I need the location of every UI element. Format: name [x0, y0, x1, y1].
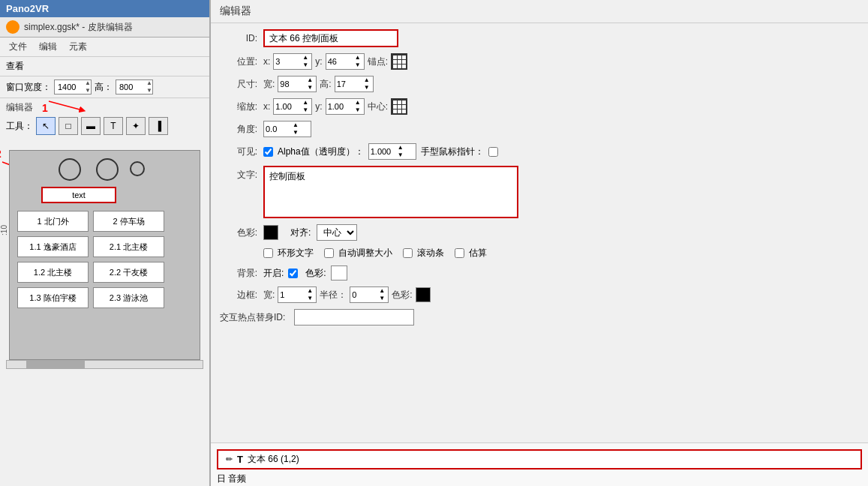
border-width-input[interactable] — [278, 290, 307, 299]
tool-select[interactable]: ↖ — [36, 117, 56, 135]
br-up[interactable]: ▲ — [379, 287, 385, 295]
nav-item-8[interactable]: 2.3 游泳池 — [93, 287, 164, 308]
scale-y-up[interactable]: ▲ — [355, 99, 361, 106]
scale-y-input[interactable] — [326, 102, 355, 111]
align-select[interactable]: 左 中心 右 — [317, 224, 357, 241]
scale-x-spinbox[interactable]: ▲ ▼ — [273, 98, 312, 115]
bw-down[interactable]: ▼ — [307, 295, 313, 302]
height-arrows[interactable]: ▲ ▼ — [364, 76, 370, 92]
border-width-spinbox[interactable]: ▲ ▼ — [278, 286, 317, 303]
alpha-arrows[interactable]: ▲ ▼ — [398, 144, 404, 159]
x-arrows[interactable]: ▲ ▼ — [302, 54, 308, 69]
nav-item-7[interactable]: 1.3 陈伯宇楼 — [17, 287, 89, 308]
angle-down[interactable]: ▼ — [293, 129, 299, 136]
x-input[interactable] — [274, 57, 302, 66]
window-height-up[interactable]: ▲ — [146, 80, 152, 87]
canvas-circle-3[interactable] — [130, 161, 145, 176]
window-height-arrows[interactable]: ▲ ▼ — [146, 80, 152, 94]
scrollbar-checkbox[interactable] — [403, 248, 413, 258]
border-radius-arrows[interactable]: ▲ ▼ — [379, 287, 385, 302]
nav-item-3[interactable]: 1.1 逸豪酒店 — [17, 236, 89, 257]
window-width-up[interactable]: ▲ — [85, 80, 91, 87]
text-textarea[interactable]: 控制面板 — [263, 166, 518, 218]
angle-arrows[interactable]: ▲ ▼ — [293, 122, 299, 136]
angle-label: 角度: — [220, 123, 257, 136]
canvas-circle-1[interactable] — [59, 158, 81, 181]
color-swatch[interactable] — [263, 225, 278, 240]
border-radius-input[interactable] — [350, 290, 379, 299]
x-up[interactable]: ▲ — [302, 54, 308, 62]
tool-rect[interactable]: □ — [59, 117, 78, 135]
width-spinbox[interactable]: ▲ ▼ — [278, 76, 317, 92]
width-arrows[interactable]: ▲ ▼ — [307, 76, 313, 92]
height-up[interactable]: ▲ — [364, 76, 370, 84]
bg-color-swatch[interactable] — [331, 266, 347, 280]
window-width-arrows[interactable]: ▲ ▼ — [85, 80, 91, 94]
canvas-circle-2[interactable] — [96, 158, 119, 181]
scale-x-arrows[interactable]: ▲ ▼ — [302, 99, 308, 114]
nav-item-1[interactable]: 1 北门外 — [17, 211, 89, 232]
scale-y-spinbox[interactable]: ▲ ▼ — [326, 98, 365, 115]
y-arrows[interactable]: ▲ ▼ — [355, 54, 361, 69]
alpha-down[interactable]: ▼ — [398, 152, 404, 159]
window-width-input[interactable] — [56, 82, 85, 92]
angle-up[interactable]: ▲ — [293, 122, 299, 129]
bg-enable-checkbox[interactable] — [288, 268, 298, 278]
tool-hotspot[interactable]: ✦ — [126, 117, 146, 135]
x-down[interactable]: ▼ — [302, 62, 308, 69]
nav-item-4[interactable]: 2.1 北主楼 — [93, 236, 164, 257]
y-spinbox[interactable]: ▲ ▼ — [326, 53, 365, 70]
width-input[interactable] — [278, 80, 307, 88]
id-input[interactable] — [263, 29, 398, 47]
window-width-down[interactable]: ▼ — [85, 87, 91, 94]
height-down[interactable]: ▼ — [364, 84, 370, 92]
width-down[interactable]: ▼ — [307, 84, 313, 92]
scale-y-arrows[interactable]: ▲ ▼ — [355, 99, 361, 114]
nav-item-2[interactable]: 2 停车场 — [93, 211, 164, 232]
interaction-id-input[interactable] — [294, 309, 414, 326]
anchor-grid-icon[interactable] — [391, 53, 407, 70]
angle-spinbox[interactable]: ▲ ▼ — [263, 121, 311, 137]
menu-elements[interactable]: 元素 — [63, 39, 93, 55]
menu-edit[interactable]: 编辑 — [33, 39, 63, 55]
height-input[interactable] — [335, 80, 364, 88]
canvas-text-box-selected[interactable]: text — [41, 187, 116, 203]
scale-x-up[interactable]: ▲ — [302, 99, 308, 106]
canvas-scrollbar-h[interactable] — [6, 360, 203, 369]
alpha-spinbox[interactable]: ▲ ▼ — [368, 143, 416, 160]
nav-item-6[interactable]: 2.2 干友楼 — [93, 262, 164, 283]
y-down[interactable]: ▼ — [355, 62, 361, 69]
height-spinbox[interactable]: ▲ ▼ — [335, 76, 374, 92]
scale-x-down[interactable]: ▼ — [302, 106, 308, 114]
tool-more[interactable]: ▐ — [149, 117, 168, 135]
border-width-arrows[interactable]: ▲ ▼ — [307, 287, 313, 302]
alpha-up[interactable]: ▲ — [398, 144, 404, 152]
window-width-spinbox[interactable]: ▲ ▼ — [54, 80, 92, 94]
y-up[interactable]: ▲ — [355, 54, 361, 62]
estimate-checkbox[interactable] — [455, 248, 464, 258]
scale-y-down[interactable]: ▼ — [355, 106, 361, 114]
scale-x-input[interactable] — [274, 102, 302, 111]
alpha-input[interactable] — [369, 147, 398, 156]
border-radius-spinbox[interactable]: ▲ ▼ — [350, 286, 389, 303]
center-grid-icon[interactable] — [391, 98, 407, 115]
window-height-input[interactable] — [118, 82, 146, 92]
window-height-spinbox[interactable]: ▲ ▼ — [116, 80, 153, 94]
y-input[interactable] — [326, 57, 355, 66]
border-color-swatch[interactable] — [416, 287, 431, 302]
bw-up[interactable]: ▲ — [307, 287, 313, 295]
circular-text-checkbox[interactable] — [263, 248, 273, 258]
br-down[interactable]: ▼ — [379, 295, 385, 302]
nav-item-5[interactable]: 1.2 北主楼 — [17, 262, 89, 283]
auto-resize-checkbox[interactable] — [324, 248, 334, 258]
x-spinbox[interactable]: ▲ ▼ — [273, 53, 312, 70]
tool-text[interactable]: T — [104, 117, 123, 135]
menu-file[interactable]: 文件 — [3, 39, 33, 55]
width-up[interactable]: ▲ — [307, 76, 313, 84]
visible-checkbox[interactable] — [263, 147, 273, 157]
window-height-down[interactable]: ▼ — [146, 87, 152, 94]
tool-bar[interactable]: ▬ — [81, 117, 101, 135]
canvas-area[interactable]: text 1 北门外 2 停车场 1.1 逸豪酒店 2.1 北主楼 — [9, 150, 200, 360]
angle-input[interactable] — [264, 124, 293, 134]
hand-cursor-checkbox[interactable] — [488, 147, 498, 157]
